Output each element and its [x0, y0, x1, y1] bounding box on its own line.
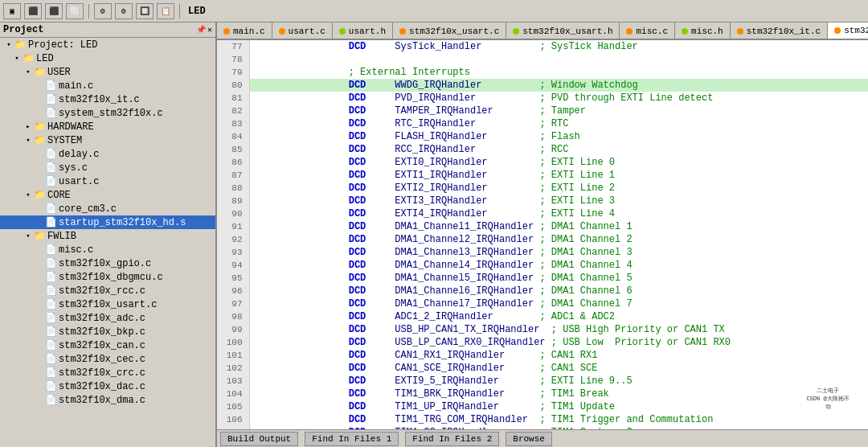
tree-item-stm32f10x-cec-c[interactable]: 📄stm32f10x_cec.c [0, 352, 215, 366]
comment: ; EXTI Line 4 [539, 208, 615, 219]
tree-toggle-spacer [34, 299, 45, 310]
tree-toggle-spacer [34, 108, 45, 119]
project-root-item[interactable]: ▾ 📁 Project: LED [0, 38, 215, 51]
tab-dot [279, 28, 285, 35]
handler-name: EXTI3_IRQHandler [395, 195, 487, 207]
tree-toggle[interactable]: ▾ [3, 39, 14, 51]
toolbar-btn-1[interactable]: ▣ [3, 3, 21, 19]
tab-usart-h-tab[interactable]: usart.h [333, 23, 393, 40]
tree-toggle[interactable]: ▾ [11, 53, 23, 64]
tree-toggle[interactable]: ▾ [23, 135, 34, 146]
tab-usart-c-tab[interactable]: usart.c [272, 23, 333, 40]
tree-toggle-spacer [34, 285, 45, 297]
tree-item-stm32f10x-can-c[interactable]: 📄stm32f10x_can.c [0, 338, 215, 352]
tree-item-label: stm32f10x_dma.c [59, 395, 145, 406]
handler-name: EXTI9_5_IRQHandler [395, 375, 499, 387]
tree-item-sys-c[interactable]: 📄sys.c [0, 161, 215, 174]
toolbar-btn-5[interactable]: ⚙ [94, 3, 112, 19]
tree-item-startup-s[interactable]: 📄startup_stm32f10x_hd.s [0, 215, 215, 229]
tree-item-stm32f10x-it-c[interactable]: 📄stm32f10x_it.c [0, 92, 215, 106]
tree-toggle-spacer [34, 203, 45, 215]
panel-icon-close[interactable]: ✕ [207, 25, 212, 35]
tree-toggle[interactable]: ▾ [23, 231, 34, 242]
bottom-tab-find-in-files-1[interactable]: Find In Files 1 [305, 432, 399, 446]
tab-stm32f10x-usart-c-tab[interactable]: stm32f10x_usart.c [393, 23, 506, 40]
keyword-dcd: DCD [349, 324, 366, 335]
tree-item-stm32f10x-rcc-c[interactable]: 📄stm32f10x_rcc.c [0, 284, 215, 297]
toolbar-btn-4[interactable]: ⬜ [66, 3, 84, 19]
handler-name: DMA1_Channel3_IRQHandler [395, 247, 534, 258]
bottom-tab-browse[interactable]: Browse [506, 432, 552, 446]
folder-icon: 📁 [34, 66, 46, 78]
tree-item-main-c[interactable]: 📄main.c [0, 79, 215, 92]
tree-item-led-root[interactable]: ▾📁LED [0, 51, 215, 65]
handler-name: TIM1_TRG_COM_IRQHandler [395, 414, 528, 425]
line-number: 79 [217, 66, 249, 79]
file-icon: 📄 [45, 353, 57, 365]
comment: ; TIM1 Trigger and Commutation [539, 414, 713, 425]
code-line-82: 82 DCD TAMPER_IRQHandler ; Tamper [217, 105, 868, 117]
toolbar-btn-7[interactable]: 🔲 [136, 3, 154, 19]
tree-item-label: stm32f10x_usart.c [59, 299, 157, 310]
panel-icon-lock[interactable]: 📌 [196, 25, 206, 35]
toolbar-btn-3[interactable]: ⬛ [45, 3, 63, 19]
tree-item-system-folder[interactable]: ▾📁SYSTEM [0, 133, 215, 147]
tree-item-fwlib-folder[interactable]: ▾📁FWLIB [0, 229, 215, 243]
tree-item-stm32f10x-dbgmcu-c[interactable]: 📄stm32f10x_dbgmcu.c [0, 270, 215, 284]
tree-item-stm32f10x-gpio-c[interactable]: 📄stm32f10x_gpio.c [0, 256, 215, 270]
keyword-dcd: DCD [349, 414, 366, 425]
watermark: 二土电子CSDN @大陈抱不动 [804, 375, 852, 423]
line-number: 104 [217, 388, 249, 400]
tree-item-stm32f10x-dma-c[interactable]: 📄stm32f10x_dma.c [0, 393, 215, 407]
tree-toggle[interactable]: ▾ [23, 67, 34, 78]
line-code: DCD EXTI1_IRQHandler ; EXTI Line 1 [249, 169, 868, 182]
line-number: 91 [217, 220, 249, 233]
tree-item-system-stm32f10x-c[interactable]: 📄system_stm32f10x.c [0, 106, 215, 120]
tree-toggle-spacer [34, 176, 45, 187]
tree-item-stm32f10x-usart-c[interactable]: 📄stm32f10x_usart.c [0, 297, 215, 311]
tab-misc-h-tab[interactable]: misc.h [675, 23, 731, 40]
keyword-dcd: DCD [349, 118, 366, 129]
tab-misc-c-tab[interactable]: misc.c [620, 23, 675, 40]
tree-toggle-spacer [34, 313, 45, 324]
toolbar-btn-8[interactable]: 📋 [157, 3, 174, 19]
handler-name: PVD_IRQHandler [395, 92, 476, 104]
comment: ; CAN1 RX1 [539, 350, 597, 361]
tree-item-stm32f10x-dac-c[interactable]: 📄stm32f10x_dac.c [0, 379, 215, 393]
handler-name: EXTI0_IRQHandler [395, 157, 487, 168]
systick-handler: SysTick_Handler [395, 41, 481, 52]
keyword-dcd: DCD [349, 170, 366, 181]
tree-item-stm32f10x-adc-c[interactable]: 📄stm32f10x_adc.c [0, 311, 215, 325]
bottom-tab-build-output[interactable]: Build Output [220, 432, 298, 446]
tab-stm32f10x-tab[interactable]: stm32f10 [828, 23, 868, 40]
tree-toggle[interactable]: ▸ [23, 121, 34, 133]
toolbar-btn-6[interactable]: ⚙ [115, 3, 133, 19]
code-line-80: 80 DCD WWDG_IRQHandler ; Window Watchdog [217, 79, 868, 92]
tree-toggle[interactable]: ▾ [23, 190, 34, 201]
tree-item-delay-c[interactable]: 📄delay.c [0, 147, 215, 161]
tree-item-hardware-folder[interactable]: ▸📁HARDWARE [0, 120, 215, 133]
tree-item-stm32f10x-crc-c[interactable]: 📄stm32f10x_crc.c [0, 366, 215, 379]
tree-item-usart-c[interactable]: 📄usart.c [0, 174, 215, 188]
tree-item-core-folder[interactable]: ▾📁CORE [0, 188, 215, 202]
tree-item-stm32f10x-bkp-c[interactable]: 📄stm32f10x_bkp.c [0, 325, 215, 338]
tree-item-misc-c[interactable]: 📄misc.c [0, 243, 215, 256]
code-editor[interactable]: 77 DCD SysTick_Handler ; SysTick Handler… [217, 40, 868, 429]
tree-container[interactable]: ▾ 📁 Project: LED ▾📁LED▾📁USER 📄main.c 📄st… [0, 38, 215, 447]
line-code: DCD EXTI2_IRQHandler ; EXTI Line 2 [249, 182, 868, 195]
tab-stm32f10x-usart-h-tab[interactable]: stm32f10x_usart.h [506, 23, 620, 40]
tree-items: ▾📁LED▾📁USER 📄main.c 📄stm32f10x_it.c 📄sys… [0, 51, 215, 407]
line-code: DCD RTC_IRQHandler ; RTC [249, 117, 868, 130]
line-number: 95 [217, 272, 249, 285]
tree-item-core-cm3-c[interactable]: 📄core_cm3.c [0, 202, 215, 215]
tree-item-user-folder[interactable]: ▾📁USER [0, 65, 215, 79]
tree-toggle-spacer [34, 258, 45, 269]
tree-item-label: main.c [59, 80, 93, 92]
tree-toggle-spacer [34, 162, 45, 174]
code-line-79: 79 ; External Interrupts [217, 66, 868, 79]
bottom-tab-find-in-files-2[interactable]: Find In Files 2 [405, 432, 499, 446]
tab-label: misc.h [691, 27, 723, 36]
tab-main-c-tab[interactable]: main.c [217, 23, 272, 40]
toolbar-btn-2[interactable]: ⬛ [24, 3, 42, 19]
tab-stm32f10x-it-c-tab[interactable]: stm32f10x_it.c [731, 23, 828, 40]
